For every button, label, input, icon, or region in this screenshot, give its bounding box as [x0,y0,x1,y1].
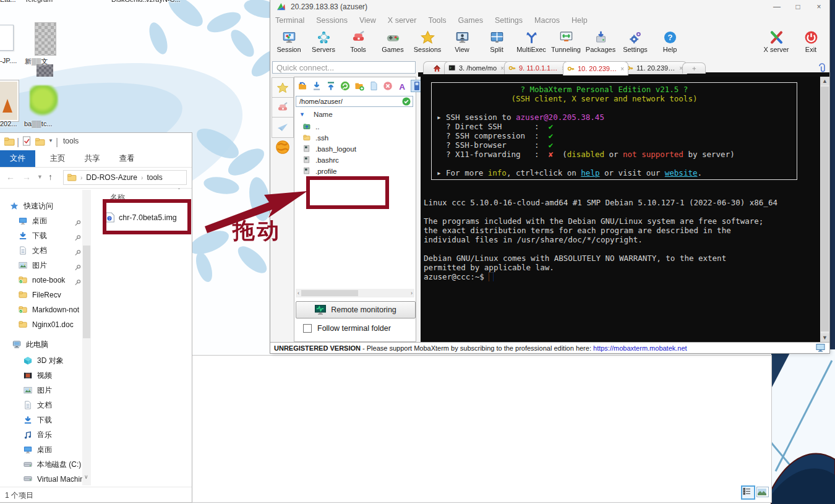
sftp-delete-button[interactable] [382,80,393,92]
sidebar-item-pc-3[interactable]: 图片 [24,385,52,396]
breadcrumb-item[interactable]: DD-ROS-Azure [86,173,137,182]
scroll-left-arrow[interactable]: ‹ [296,290,301,296]
up-button[interactable]: ↑ [48,172,53,182]
sidebar-item-pc-8[interactable]: 本地磁盘 (C:) [24,459,81,470]
sidebar-item-pictures[interactable]: 图片 [19,260,47,271]
sidebar-item-desktop[interactable]: 桌面 [19,216,47,226]
view-list-button[interactable] [741,485,755,500]
desktop-icon-label[interactable]: DiskGeniu... [111,0,148,3]
sftp-path-input[interactable] [298,97,402,106]
toolbar-button-x server[interactable]: X server [759,27,794,53]
sidebar-item-documents[interactable]: 文档 [19,246,47,256]
sftp-upload-button[interactable] [325,80,336,92]
sftp-download-button[interactable] [311,80,322,92]
sftp-item-bash-logout[interactable]: .bash_logout [303,144,356,154]
ribbon-tab-view[interactable]: 查看 [113,150,141,167]
toolbar-button-tools[interactable]: Tools [341,27,375,53]
sftp-item-[interactable]: .. [303,122,319,132]
desktop-icon-mosaic[interactable] [35,22,56,56]
new-folder-icon[interactable] [35,138,45,146]
menu-games[interactable]: Games [458,16,483,25]
menu-tools[interactable]: Tools [428,16,446,25]
desktop-icon-label[interactable]: v2rayN-C... [146,0,181,3]
nav-scroll-down-chevron[interactable]: ∨ [84,474,88,480]
properties-check-icon[interactable] [22,136,31,146]
customize-toolbar-chevron[interactable]: ▼ [48,138,53,143]
sftp-item-profile[interactable]: .profile [303,166,337,176]
sidebar-item-pc-5[interactable]: 下载 [24,415,52,425]
sftp-rename-button[interactable]: A [396,80,408,92]
close-button[interactable]: × [808,2,829,11]
toolbar-button-tunneling[interactable]: Tunneling [549,27,583,53]
toolbar-button-sessions[interactable]: Sessions [410,27,445,53]
toolbar-button-packages[interactable]: Packages [583,27,618,53]
hscrollbar-thumb[interactable] [301,290,358,296]
quick-connect-input[interactable] [272,61,416,74]
menu-terminal[interactable]: Terminal [275,16,304,25]
new-tab-button[interactable]: ＋ [682,62,706,74]
view-thumbnail-button[interactable] [756,487,769,497]
terminal[interactable]: ? MobaXterm Personal Edition v21.5 ? (SS… [421,77,820,342]
toolbar-button-games[interactable]: Games [375,27,410,53]
terminal-scrollbar-thumb[interactable] [821,87,829,331]
minimize-button[interactable]: — [766,2,787,11]
sftp-refresh-button[interactable] [340,80,351,92]
display-status-icon[interactable] [816,343,826,352]
terminal-tab-3[interactable]: 10. 20.239.18× [563,61,628,75]
desktop-icon-green[interactable] [30,85,58,116]
sidebar-item-pc-7[interactable]: 桌面 [24,445,52,455]
recent-locations-chevron[interactable]: ▼ [37,174,43,180]
nav-scrollbar[interactable] [82,190,91,485]
sftp-hscrollbar[interactable]: ‹ › [296,289,414,297]
sidebar-item-pc-6[interactable]: 音乐 [24,430,52,440]
sidebar-section-quick-access[interactable]: 快速访问 [10,201,53,211]
sidebar-tab-sessions[interactable] [272,77,294,98]
sidebar-section-this-pc[interactable]: 此电脑 [12,340,48,350]
sidebar-item-pc-2[interactable]: 视频 [24,370,52,381]
statusbar-link[interactable]: https://mobaxterm.mobatek.net [593,344,687,352]
sftp-go-up-folder-button[interactable] [297,80,308,92]
sidebar-item-pc-4[interactable]: 文档 [24,400,52,411]
maximize-button[interactable]: □ [787,2,808,11]
sidebar-item-pc-1[interactable]: 3D 对象 [24,356,64,366]
menu-x-server[interactable]: X server [388,16,417,25]
nav-scrollbar-thumb[interactable] [83,246,90,338]
ribbon-tab-file[interactable]: 文件 [0,150,35,167]
back-button[interactable]: ← [6,172,15,182]
scroll-right-arrow[interactable]: › [409,290,414,296]
scroll-down-arrow[interactable]: ▼ [820,333,829,342]
sidebar-item-filerecv[interactable]: FileRecv [19,290,61,299]
menu-settings[interactable]: Settings [495,16,523,25]
ribbon-tab-home[interactable]: 主页 [43,150,72,167]
sftp-item-ssh[interactable]: .ssh [303,133,328,143]
sidebar-item-downloads[interactable]: 下载 [19,231,47,241]
tab-close-icon[interactable]: × [620,66,624,72]
desktop-icon-photo[interactable] [0,80,19,121]
forward-button[interactable]: → [22,172,31,182]
breadcrumb-item[interactable]: tools [147,173,162,182]
sidebar-tab-sftp[interactable] [275,140,290,155]
toolbar-button-help[interactable]: ?Help [653,27,687,53]
sidebar-item-nginx01-doc[interactable]: Nginx01.doc [19,320,74,329]
desktop-icon-label[interactable]: Telegram [25,0,53,3]
sftp-new-folder-button[interactable] [354,80,365,92]
terminal-scrollbar[interactable]: ▲ ▼ [820,77,829,342]
toolbar-button-session[interactable]: Session [272,27,306,53]
follow-checkbox[interactable] [303,324,312,333]
paperclip-icon[interactable] [817,62,827,73]
toolbar-button-servers[interactable]: Servers [306,27,341,53]
remote-monitoring-button[interactable]: Remote monitoring [296,301,416,318]
terminal-tab-1[interactable]: 3. /home/mo× [444,61,510,74]
toolbar-button-exit[interactable]: Exit [794,27,828,53]
toolbar-button-settings[interactable]: Settings [618,27,653,53]
sidebar-item-markdown-not[interactable]: Markdown-not [19,305,79,314]
terminal-tab-2[interactable]: 9. 11.0.1.128× [504,61,570,74]
terminal-tab-4[interactable]: 11. 20.239.18× [622,61,687,74]
sftp-item-bashrc[interactable]: .bashrc [303,155,339,165]
sidebar-tab-tools[interactable] [272,97,294,118]
toolbar-button-multiexec[interactable]: MultiExec [514,27,549,53]
sidebar-tab-macros[interactable] [272,117,294,138]
sftp-new-file-button[interactable] [368,80,379,92]
menu-macros[interactable]: Macros [534,16,560,25]
follow-terminal-folder[interactable]: Follow terminal folder [303,324,391,333]
